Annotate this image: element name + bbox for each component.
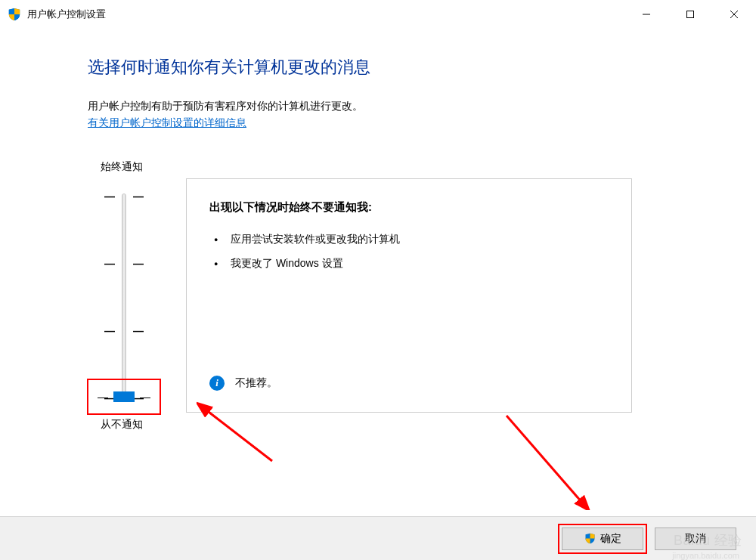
detail-item: 我更改了 Windows 设置 [231, 257, 609, 271]
slider-label-bottom: 从不通知 [101, 418, 143, 432]
uac-shield-icon [8, 8, 21, 21]
minimize-button[interactable] [624, 0, 668, 29]
titlebar: 用户帐户控制设置 [0, 0, 756, 29]
window-title: 用户帐户控制设置 [27, 8, 624, 21]
slider-section: 始终通知 — — — — — — — — [88, 160, 756, 432]
details-list: 应用尝试安装软件或更改我的计算机 我更改了 Windows 设置 [209, 233, 609, 271]
recommendation-text: 不推荐。 [235, 376, 277, 390]
slider-thumb-highlight: — — [87, 379, 161, 415]
detail-item: 应用尝试安装软件或更改我的计算机 [231, 233, 609, 246]
recommendation-row: i 不推荐。 [209, 376, 277, 391]
page-description: 用户帐户控制有助于预防有害程序对你的计算机进行更改。 [88, 100, 756, 113]
maximize-button[interactable] [668, 0, 712, 29]
ok-button-label: 确定 [600, 532, 621, 546]
cancel-button[interactable]: 取消 [655, 528, 736, 550]
slider-thumb[interactable] [113, 391, 135, 402]
ok-button-highlight: 确定 [558, 524, 647, 554]
slider-tick-2: — — [104, 328, 144, 334]
svg-rect-1 [687, 11, 694, 18]
more-info-link[interactable]: 有关用户帐户控制设置的详细信息 [88, 116, 246, 130]
window-controls [624, 0, 756, 29]
slider-tick-0: — — [104, 193, 144, 200]
uac-shield-icon [584, 533, 596, 544]
slider-label-top: 始终通知 [101, 160, 143, 174]
slider-tick-1: — — [104, 261, 144, 267]
dialog-footer: 确定 取消 [0, 516, 756, 560]
content-area: 选择何时通知你有关计算机更改的消息 用户帐户控制有助于预防有害程序对你的计算机进… [0, 29, 756, 432]
page-heading: 选择何时通知你有关计算机更改的消息 [88, 56, 756, 79]
details-heading: 出现以下情况时始终不要通知我: [209, 200, 609, 215]
details-box: 出现以下情况时始终不要通知我: 应用尝试安装软件或更改我的计算机 我更改了 Wi… [186, 178, 632, 413]
ok-button[interactable]: 确定 [562, 528, 643, 550]
info-icon: i [209, 376, 225, 391]
slider-column: 始终通知 — — — — — — — — [104, 160, 144, 432]
cancel-button-label: 取消 [685, 532, 706, 546]
slider-rail [122, 193, 126, 401]
slider-track[interactable]: — — — — — — — — — — [104, 193, 144, 401]
close-button[interactable] [712, 0, 756, 29]
